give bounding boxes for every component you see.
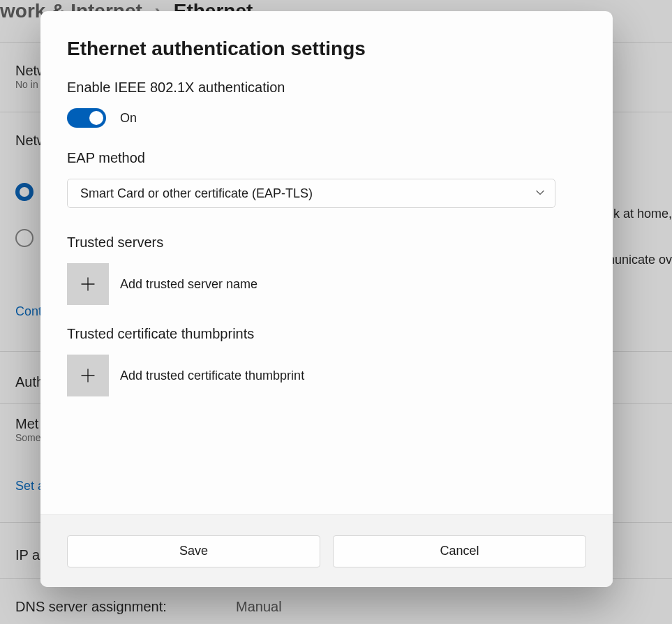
- add-trusted-server-label: Add trusted server name: [120, 277, 257, 292]
- save-button[interactable]: Save: [67, 535, 320, 567]
- toggle-knob: [89, 111, 103, 125]
- trusted-servers-heading: Trusted servers: [67, 235, 586, 251]
- dialog-title: Ethernet authentication settings: [67, 38, 586, 60]
- add-thumbprint-row: Add trusted certificate thumbprint: [67, 355, 586, 396]
- add-trusted-server-button[interactable]: [67, 263, 109, 305]
- eap-method-label: EAP method: [67, 150, 586, 166]
- enable-ieee-toggle-row: On: [67, 108, 586, 128]
- chevron-down-icon: [535, 186, 545, 201]
- enable-ieee-heading: Enable IEEE 802.1X authentication: [67, 80, 586, 96]
- trusted-thumbprints-heading: Trusted certificate thumbprints: [67, 326, 586, 342]
- add-thumbprint-button[interactable]: [67, 355, 109, 396]
- add-trusted-server-row: Add trusted server name: [67, 263, 586, 305]
- toggle-state-label: On: [120, 111, 137, 126]
- ethernet-auth-dialog: Ethernet authentication settings Enable …: [40, 11, 613, 587]
- cancel-button[interactable]: Cancel: [333, 535, 586, 567]
- plus-icon: [80, 276, 96, 292]
- eap-method-dropdown[interactable]: Smart Card or other certificate (EAP-TLS…: [67, 179, 555, 208]
- dialog-footer: Save Cancel: [40, 514, 613, 587]
- dialog-body: Ethernet authentication settings Enable …: [40, 11, 613, 514]
- eap-method-group: EAP method Smart Card or other certifica…: [67, 150, 586, 208]
- add-thumbprint-label: Add trusted certificate thumbprint: [120, 369, 304, 383]
- enable-ieee-toggle[interactable]: [67, 108, 106, 128]
- plus-icon: [80, 367, 96, 384]
- eap-method-value: Smart Card or other certificate (EAP-TLS…: [80, 186, 313, 201]
